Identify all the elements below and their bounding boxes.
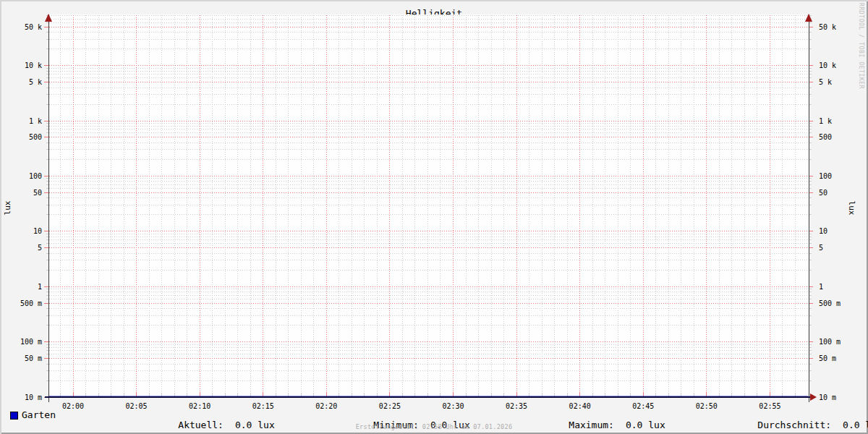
x-tick-label: 02:40 (564, 402, 596, 410)
y-tick-label-right: 1 k (819, 117, 862, 125)
stat-maximum: Maximum:0.0 lux (546, 410, 665, 434)
plot-area (0, 0, 868, 434)
y-tick-label-right: 50 m (819, 354, 862, 362)
y-tick-label-right: 50 k (819, 23, 862, 31)
y-tick-label-left: 1 (0, 283, 42, 291)
plot-background (48, 14, 809, 397)
y-tick-label-left: 10 (0, 227, 42, 235)
y-tick-label-left: 500 m (0, 299, 42, 307)
y-tick-label-right: 5 (819, 244, 862, 252)
stat-minimum: Minimum:0.0 lux (351, 410, 470, 434)
y-tick-label-left: 10 k (0, 61, 42, 69)
y-tick-label-left: 100 (0, 172, 42, 180)
x-tick-label: 02:30 (438, 402, 469, 410)
y-tick-label-right: 50 (819, 189, 862, 197)
y-tick-label-left: 5 k (0, 78, 42, 86)
y-tick-label-left: 100 m (0, 338, 42, 346)
x-tick-label: 02:20 (310, 402, 342, 410)
y-tick-label-left: 1 k (0, 117, 42, 125)
y-tick-label-right: 5 k (819, 78, 862, 86)
y-tick-label-right: 100 (819, 172, 862, 180)
y-tick-label-left: 50 k (0, 23, 42, 31)
x-tick-label: 02:35 (501, 402, 532, 410)
y-tick-label-left: 5 (0, 244, 42, 252)
y-tick-label-right: 10 (819, 227, 862, 235)
y-tick-label-left: 10 m (0, 393, 42, 401)
y-tick-label-right: 10 m (819, 393, 862, 401)
y-tick-label-left: 50 m (0, 354, 42, 362)
x-tick-label: 02:00 (57, 402, 89, 410)
y-tick-label-right: 100 m (819, 338, 862, 346)
x-tick-label: 02:50 (691, 402, 723, 410)
stat-durchschnitt: Durchschnitt:0.0 lux (735, 410, 868, 434)
series-color-swatch (10, 412, 18, 420)
creation-time: Erstellungszeit: 02:58 Uhr am 07.01.2026 (0, 423, 868, 430)
x-tick-label: 02:45 (627, 402, 659, 410)
y-tick-label-left: 500 (0, 133, 42, 141)
rrdtool-watermark: RRDTOOL / TOBI OETIKER (858, 3, 864, 89)
x-tick-label: 02:10 (184, 402, 216, 410)
y-tick-label-right: 500 m (819, 299, 862, 307)
x-tick-label: 02:15 (247, 402, 279, 410)
rrdtool-graph-image: Helligkeit 50 k10 k5 k1 k500100501051500… (0, 0, 868, 434)
x-tick-label: 02:25 (374, 402, 406, 410)
y-axis-unit-right: lux (847, 197, 856, 220)
stat-aktuell: Aktuell:0.0 lux (156, 410, 275, 434)
y-tick-label-left: 50 (0, 189, 42, 197)
y-tick-label-right: 10 k (819, 61, 862, 69)
x-tick-label: 02:05 (121, 402, 153, 410)
series-label: Garten (22, 410, 56, 420)
x-tick-label: 02:55 (754, 402, 786, 410)
y-axis-unit-left: lux (3, 197, 12, 220)
y-tick-label-right: 1 (819, 283, 862, 291)
y-tick-label-right: 500 (819, 133, 862, 141)
